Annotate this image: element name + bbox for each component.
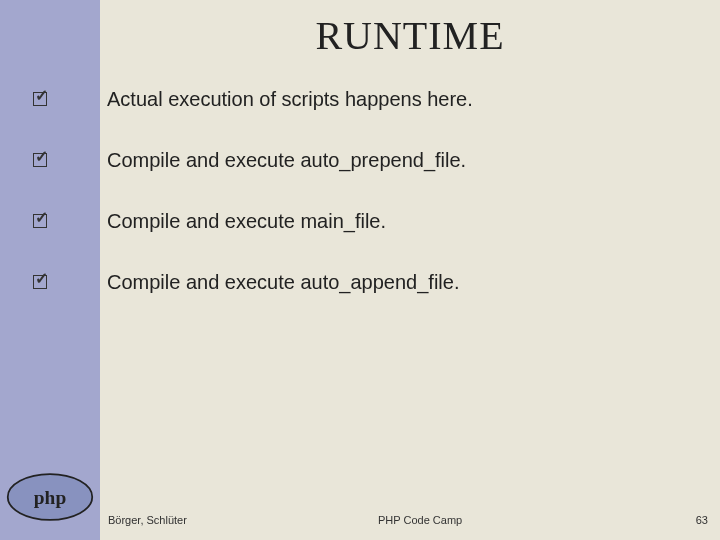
svg-text:php: php (34, 487, 66, 508)
checkbox-icon: ✓ (33, 88, 67, 102)
list-item: ✓ Actual execution of scripts happens he… (33, 88, 693, 111)
bullet-text: Compile and execute main_file. (67, 210, 386, 233)
slide-title: RUNTIME (100, 12, 720, 59)
page-number: 63 (696, 514, 708, 526)
php-logo-icon: php (6, 472, 94, 522)
footer-authors: Börger, Schlüter (108, 514, 338, 526)
list-item: ✓ Compile and execute auto_prepend_file. (33, 149, 693, 172)
checkbox-icon: ✓ (33, 271, 67, 285)
bullet-text: Compile and execute auto_append_file. (67, 271, 459, 294)
bullet-text: Actual execution of scripts happens here… (67, 88, 473, 111)
list-item: ✓ Compile and execute auto_append_file. (33, 271, 693, 294)
checkbox-icon: ✓ (33, 210, 67, 224)
footer-event: PHP Code Camp (338, 514, 708, 526)
bullet-text: Compile and execute auto_prepend_file. (67, 149, 466, 172)
footer: Börger, Schlüter PHP Code Camp (108, 514, 708, 526)
checkbox-icon: ✓ (33, 149, 67, 163)
list-item: ✓ Compile and execute main_file. (33, 210, 693, 233)
bullet-list: ✓ Actual execution of scripts happens he… (33, 88, 693, 332)
